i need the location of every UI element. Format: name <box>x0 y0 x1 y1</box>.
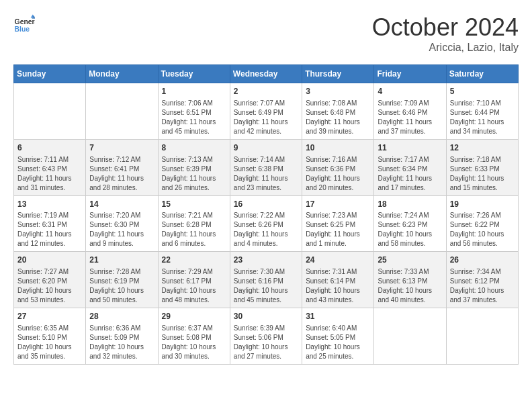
day-info: Sunrise: 7:20 AMSunset: 6:30 PMDaylight:… <box>89 211 154 248</box>
calendar-week-row: 1Sunrise: 7:06 AMSunset: 6:51 PMDaylight… <box>14 83 519 140</box>
calendar-day-cell: 27Sunrise: 6:35 AMSunset: 5:10 PMDayligh… <box>14 308 86 365</box>
calendar-header-row: SundayMondayTuesdayWednesdayThursdayFrid… <box>14 65 519 83</box>
day-info: Sunrise: 7:34 AMSunset: 6:12 PMDaylight:… <box>450 267 515 305</box>
day-info: Sunrise: 7:06 AMSunset: 6:51 PMDaylight:… <box>162 99 226 136</box>
day-number: 22 <box>162 255 226 266</box>
day-info: Sunrise: 7:08 AMSunset: 6:48 PMDaylight:… <box>306 99 370 136</box>
day-number: 20 <box>17 255 82 266</box>
day-number: 10 <box>306 142 370 154</box>
location: Ariccia, Lazio, Italy <box>372 42 519 54</box>
day-of-week-header: Friday <box>374 65 446 83</box>
day-info: Sunrise: 7:33 AMSunset: 6:13 PMDaylight:… <box>378 267 442 305</box>
calendar-day-cell: 16Sunrise: 7:22 AMSunset: 6:26 PMDayligh… <box>230 195 302 252</box>
calendar-day-cell: 10Sunrise: 7:16 AMSunset: 6:36 PMDayligh… <box>302 139 374 195</box>
calendar-day-cell: 8Sunrise: 7:13 AMSunset: 6:39 PMDaylight… <box>158 139 230 195</box>
calendar-day-cell: 4Sunrise: 7:09 AMSunset: 6:46 PMDaylight… <box>374 83 446 140</box>
day-of-week-header: Thursday <box>302 65 374 83</box>
calendar-week-row: 20Sunrise: 7:27 AMSunset: 6:20 PMDayligh… <box>14 252 519 308</box>
calendar-day-cell: 20Sunrise: 7:27 AMSunset: 6:20 PMDayligh… <box>14 252 86 308</box>
day-number: 27 <box>17 311 82 322</box>
day-info: Sunrise: 7:14 AMSunset: 6:38 PMDaylight:… <box>234 155 298 193</box>
day-info: Sunrise: 7:07 AMSunset: 6:49 PMDaylight:… <box>234 99 298 136</box>
day-number: 31 <box>306 311 370 322</box>
calendar-day-cell: 1Sunrise: 7:06 AMSunset: 6:51 PMDaylight… <box>158 83 230 140</box>
calendar-day-cell <box>86 83 158 140</box>
day-number: 16 <box>234 199 298 210</box>
day-info: Sunrise: 7:22 AMSunset: 6:26 PMDaylight:… <box>234 211 298 248</box>
calendar-day-cell: 3Sunrise: 7:08 AMSunset: 6:48 PMDaylight… <box>302 83 374 140</box>
calendar-day-cell: 14Sunrise: 7:20 AMSunset: 6:30 PMDayligh… <box>86 195 158 252</box>
day-number: 1 <box>162 86 226 97</box>
day-number: 26 <box>450 255 515 266</box>
logo: General Blue <box>13 13 35 35</box>
day-number: 29 <box>162 311 226 322</box>
day-of-week-header: Monday <box>86 65 158 83</box>
calendar-day-cell: 23Sunrise: 7:30 AMSunset: 6:16 PMDayligh… <box>230 252 302 308</box>
day-number: 12 <box>450 142 515 154</box>
svg-text:General: General <box>15 18 35 26</box>
day-info: Sunrise: 7:23 AMSunset: 6:25 PMDaylight:… <box>306 211 370 248</box>
calendar-week-row: 6Sunrise: 7:11 AMSunset: 6:43 PMDaylight… <box>14 139 519 195</box>
month-title: October 2024 <box>372 13 519 42</box>
day-number: 11 <box>378 142 442 154</box>
day-info: Sunrise: 7:13 AMSunset: 6:39 PMDaylight:… <box>162 155 226 193</box>
day-of-week-header: Wednesday <box>230 65 302 83</box>
day-info: Sunrise: 6:36 AMSunset: 5:09 PMDaylight:… <box>89 324 154 361</box>
calendar-day-cell: 11Sunrise: 7:17 AMSunset: 6:34 PMDayligh… <box>374 139 446 195</box>
day-info: Sunrise: 6:37 AMSunset: 5:08 PMDaylight:… <box>162 324 226 361</box>
day-number: 24 <box>306 255 370 266</box>
calendar-week-row: 13Sunrise: 7:19 AMSunset: 6:31 PMDayligh… <box>14 195 519 252</box>
day-number: 9 <box>234 142 298 154</box>
day-info: Sunrise: 7:16 AMSunset: 6:36 PMDaylight:… <box>306 155 370 193</box>
day-info: Sunrise: 7:29 AMSunset: 6:17 PMDaylight:… <box>162 267 226 305</box>
day-number: 23 <box>234 255 298 266</box>
day-number: 21 <box>89 255 154 266</box>
calendar-day-cell: 21Sunrise: 7:28 AMSunset: 6:19 PMDayligh… <box>86 252 158 308</box>
calendar-day-cell: 28Sunrise: 6:36 AMSunset: 5:09 PMDayligh… <box>86 308 158 365</box>
calendar-day-cell: 29Sunrise: 6:37 AMSunset: 5:08 PMDayligh… <box>158 308 230 365</box>
day-number: 8 <box>162 142 226 154</box>
calendar-day-cell: 2Sunrise: 7:07 AMSunset: 6:49 PMDaylight… <box>230 83 302 140</box>
calendar-day-cell <box>14 83 86 140</box>
calendar-day-cell: 6Sunrise: 7:11 AMSunset: 6:43 PMDaylight… <box>14 139 86 195</box>
day-number: 15 <box>162 199 226 210</box>
day-info: Sunrise: 7:28 AMSunset: 6:19 PMDaylight:… <box>89 267 154 305</box>
day-of-week-header: Sunday <box>14 65 86 83</box>
day-info: Sunrise: 7:17 AMSunset: 6:34 PMDaylight:… <box>378 155 442 193</box>
day-info: Sunrise: 7:10 AMSunset: 6:44 PMDaylight:… <box>450 99 515 136</box>
calendar-day-cell: 25Sunrise: 7:33 AMSunset: 6:13 PMDayligh… <box>374 252 446 308</box>
day-number: 18 <box>378 199 442 210</box>
calendar-day-cell <box>446 308 518 365</box>
day-number: 5 <box>450 86 515 97</box>
day-number: 28 <box>89 311 154 322</box>
day-info: Sunrise: 7:09 AMSunset: 6:46 PMDaylight:… <box>378 99 442 136</box>
day-of-week-header: Saturday <box>446 65 518 83</box>
day-number: 7 <box>89 142 154 154</box>
calendar-table: SundayMondayTuesdayWednesdayThursdayFrid… <box>13 64 519 365</box>
day-number: 30 <box>234 311 298 322</box>
calendar-day-cell: 9Sunrise: 7:14 AMSunset: 6:38 PMDaylight… <box>230 139 302 195</box>
day-number: 19 <box>450 199 515 210</box>
calendar-day-cell: 17Sunrise: 7:23 AMSunset: 6:25 PMDayligh… <box>302 195 374 252</box>
calendar-day-cell: 13Sunrise: 7:19 AMSunset: 6:31 PMDayligh… <box>14 195 86 252</box>
day-info: Sunrise: 7:26 AMSunset: 6:22 PMDaylight:… <box>450 211 515 248</box>
day-number: 2 <box>234 86 298 97</box>
calendar-day-cell: 19Sunrise: 7:26 AMSunset: 6:22 PMDayligh… <box>446 195 518 252</box>
day-info: Sunrise: 7:18 AMSunset: 6:33 PMDaylight:… <box>450 155 515 193</box>
calendar-day-cell: 24Sunrise: 7:31 AMSunset: 6:14 PMDayligh… <box>302 252 374 308</box>
day-info: Sunrise: 6:35 AMSunset: 5:10 PMDaylight:… <box>17 324 82 361</box>
calendar-day-cell: 15Sunrise: 7:21 AMSunset: 6:28 PMDayligh… <box>158 195 230 252</box>
day-number: 6 <box>17 142 82 154</box>
page-header: General Blue October 2024 Ariccia, Lazio… <box>13 13 519 54</box>
day-info: Sunrise: 7:31 AMSunset: 6:14 PMDaylight:… <box>306 267 370 305</box>
day-info: Sunrise: 7:12 AMSunset: 6:41 PMDaylight:… <box>89 155 154 193</box>
day-info: Sunrise: 7:19 AMSunset: 6:31 PMDaylight:… <box>17 211 82 248</box>
day-number: 4 <box>378 86 442 97</box>
calendar-day-cell: 12Sunrise: 7:18 AMSunset: 6:33 PMDayligh… <box>446 139 518 195</box>
svg-text:Blue: Blue <box>15 26 30 33</box>
day-number: 14 <box>89 199 154 210</box>
day-info: Sunrise: 7:24 AMSunset: 6:23 PMDaylight:… <box>378 211 442 248</box>
calendar-day-cell: 31Sunrise: 6:40 AMSunset: 5:05 PMDayligh… <box>302 308 374 365</box>
day-info: Sunrise: 7:27 AMSunset: 6:20 PMDaylight:… <box>17 267 82 305</box>
calendar-day-cell <box>374 308 446 365</box>
